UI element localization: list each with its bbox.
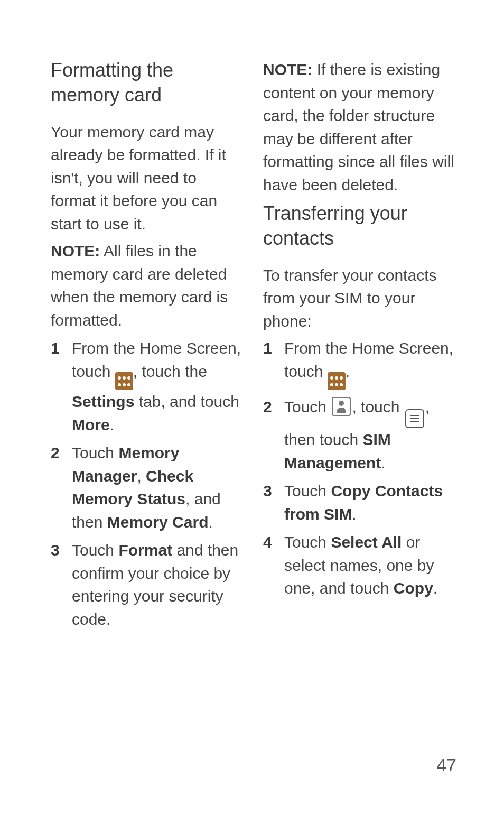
note-body: If there is existing content on your mem…	[263, 61, 454, 193]
step-3: Touch Format and then confirm your choic…	[51, 539, 244, 631]
note-label: NOTE:	[263, 61, 312, 78]
format-label: Format	[118, 541, 172, 559]
page-footer: 47	[388, 747, 456, 775]
apps-grid-icon	[115, 372, 133, 390]
menu-list-icon	[405, 409, 424, 428]
contacts-icon	[332, 397, 351, 416]
footer-divider	[388, 747, 456, 747]
step-1: From the Home Screen, touch .	[263, 337, 456, 390]
copy-label: Copy	[394, 579, 433, 597]
apps-grid-icon	[328, 372, 346, 390]
steps-list-transferring: From the Home Screen, touch . Touch , to…	[263, 337, 456, 600]
note-paragraph-right: NOTE: If there is existing content on yo…	[263, 58, 456, 196]
section-heading-transferring: Transferring your contacts	[263, 201, 456, 251]
two-column-layout: Formatting the memory card Your memory c…	[51, 58, 456, 714]
note-paragraph: NOTE: All files in the memory card are d…	[51, 239, 244, 331]
page-number: 47	[388, 755, 456, 775]
select-all-label: Select All	[331, 533, 402, 551]
more-label: More	[72, 416, 110, 433]
memory-card-label: Memory Card	[107, 513, 209, 531]
step-4: Touch Select All or select names, one by…	[263, 531, 456, 600]
settings-label: Settings	[72, 393, 134, 410]
steps-list-formatting: From the Home Screen, touch , touch the …	[51, 337, 244, 631]
step-3: Touch Copy Contacts from SIM.	[263, 479, 456, 525]
intro-paragraph: Your memory card may already be formatte…	[51, 121, 244, 236]
note-label: NOTE:	[51, 242, 100, 260]
step-1: From the Home Screen, touch , touch the …	[51, 337, 244, 436]
step-2: Touch , touch , then touch SIM Managemen…	[263, 395, 456, 474]
manual-page: Formatting the memory card Your memory c…	[0, 0, 504, 823]
step-2: Touch Memory Manager, Check Memory Statu…	[51, 441, 244, 533]
section-heading-formatting: Formatting the memory card	[51, 58, 244, 108]
intro-paragraph-right: To transfer your contacts from your SIM …	[263, 264, 456, 333]
